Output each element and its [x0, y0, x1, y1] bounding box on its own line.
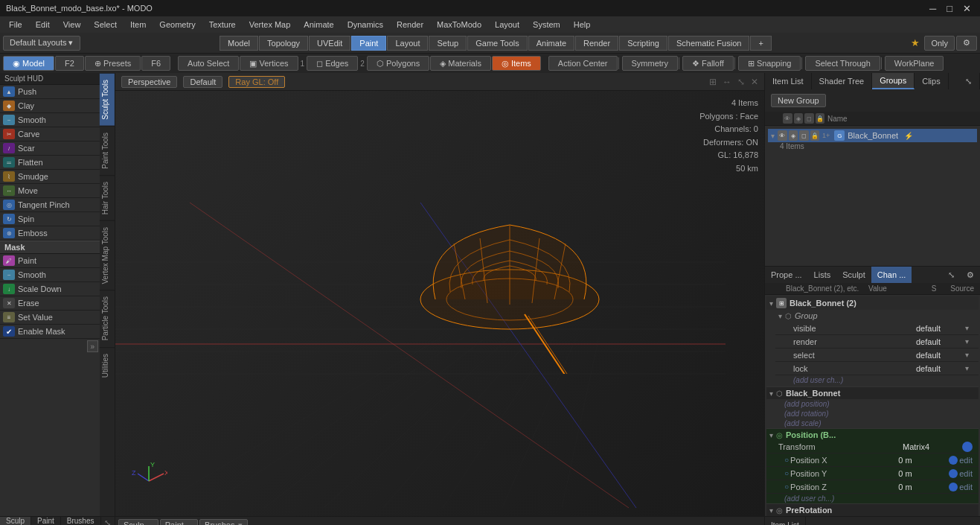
- chan-tab-chan[interactable]: Chan ...: [871, 267, 912, 283]
- tab-schematic[interactable]: Schematic Fusion: [668, 36, 749, 51]
- presets-btn[interactable]: ⊕ Presets: [85, 56, 141, 71]
- item-render-icon[interactable]: ◈: [789, 130, 798, 141]
- position-expand[interactable]: ▾: [769, 431, 773, 439]
- chan-group-expand[interactable]: ▾: [778, 312, 782, 320]
- maximize-btn[interactable]: □: [944, 3, 955, 14]
- tool-scar[interactable]: / Scar: [0, 141, 100, 156]
- chan-root-expand[interactable]: ▾: [769, 299, 773, 308]
- menu-system[interactable]: System: [527, 19, 566, 31]
- f6-btn[interactable]: F6: [141, 56, 170, 71]
- action-center-btn[interactable]: Action Center: [548, 56, 618, 71]
- pos-x-link-icon[interactable]: [949, 456, 958, 465]
- menu-dynamics[interactable]: Dynamics: [342, 19, 389, 31]
- pos-y-edit[interactable]: edit: [959, 469, 976, 478]
- symmetry-btn[interactable]: Symmetry: [622, 56, 679, 71]
- menu-vertex-map[interactable]: Vertex Map: [243, 19, 297, 31]
- pos-z-link-icon[interactable]: [949, 483, 958, 491]
- tab-paint[interactable]: Paint: [351, 36, 386, 51]
- materials-btn[interactable]: ◈ Materials: [430, 56, 491, 71]
- side-tab-paint-tools[interactable]: Paint Tools: [100, 126, 115, 175]
- tab-model[interactable]: Model: [220, 36, 258, 51]
- viewport-layout-icon[interactable]: ↔: [723, 77, 731, 87]
- chan-expand-btn[interactable]: ⤡: [942, 267, 961, 283]
- tool-enable-mask[interactable]: ✔ Enable Mask: [0, 325, 100, 339]
- menu-layout[interactable]: Layout: [489, 19, 525, 31]
- menu-file[interactable]: File: [3, 19, 28, 31]
- chan-tab-prope[interactable]: Prope ...: [765, 267, 808, 283]
- br-tab-1[interactable]: Item List: [765, 517, 806, 525]
- paint-btn[interactable]: Paint ...: [160, 519, 198, 525]
- workplane-btn[interactable]: WorkPlane: [885, 56, 944, 71]
- menu-geometry[interactable]: Geometry: [153, 19, 201, 31]
- tab-groups[interactable]: Groups: [872, 73, 915, 89]
- tool-smudge[interactable]: ⌇ Smudge: [0, 170, 100, 184]
- sculp-btn[interactable]: Sculp ...: [118, 519, 158, 525]
- tab-item-list[interactable]: Item List: [765, 73, 812, 89]
- tool-set-value[interactable]: ≡ Set Value: [0, 311, 100, 325]
- item-lock-icon[interactable]: 🔒: [810, 130, 820, 141]
- tool-smooth[interactable]: ~ Smooth: [0, 113, 100, 127]
- select-dropdown[interactable]: ▾: [965, 351, 976, 359]
- expand-right-top-btn[interactable]: ⤡: [958, 73, 980, 89]
- tool-paint-mask[interactable]: 🖌 Paint: [0, 254, 100, 268]
- tab-layout[interactable]: Layout: [387, 36, 428, 51]
- tab-setup[interactable]: Setup: [429, 36, 467, 51]
- tab-add[interactable]: +: [750, 36, 771, 51]
- tab-scripting[interactable]: Scripting: [619, 36, 667, 51]
- menu-select[interactable]: Select: [88, 19, 123, 31]
- menu-animate[interactable]: Animate: [298, 19, 339, 31]
- tool-flatten[interactable]: ═ Flatten: [0, 156, 100, 170]
- viewport-render-btn[interactable]: Ray GL: Off: [228, 76, 285, 88]
- model-mode-btn[interactable]: ◉ Model: [3, 56, 54, 71]
- item-sel-icon[interactable]: ◻: [799, 130, 809, 141]
- tool-push[interactable]: ▲ Push: [0, 85, 100, 99]
- bl-expand-icon[interactable]: ⤡: [101, 517, 114, 525]
- tab-uvedit[interactable]: UVEdit: [309, 36, 350, 51]
- viewport-display-btn[interactable]: Default: [183, 76, 222, 88]
- viewport-canvas[interactable]: X Z Y 4 Items Polygons : Face Channels: …: [115, 91, 764, 516]
- tool-emboss[interactable]: ⊛ Emboss: [0, 226, 100, 241]
- chan-settings-btn[interactable]: ⚙: [961, 267, 980, 283]
- tool-clay[interactable]: ◆ Clay: [0, 99, 100, 113]
- only-btn[interactable]: Only: [924, 36, 955, 51]
- menu-edit[interactable]: Edit: [30, 19, 56, 31]
- bl-tab-paint[interactable]: Paint ...: [31, 517, 61, 525]
- tab-clips[interactable]: Clips: [915, 73, 948, 89]
- settings-btn[interactable]: ⚙: [956, 36, 977, 51]
- menu-maxtomodo[interactable]: MaxToModo: [431, 19, 487, 31]
- snapping-btn[interactable]: ⊞ Snapping: [738, 56, 801, 71]
- tool-erase[interactable]: ✕ Erase: [0, 296, 100, 311]
- tool-carve[interactable]: ✂ Carve: [0, 127, 100, 141]
- menu-item[interactable]: Item: [124, 19, 152, 31]
- tool-move[interactable]: ↔ Move: [0, 184, 100, 198]
- pos-x-edit[interactable]: edit: [959, 456, 976, 465]
- side-tab-particle-tools[interactable]: Particle Tools: [100, 290, 115, 346]
- viewport-close-icon[interactable]: ✕: [751, 77, 758, 87]
- tab-game-tools[interactable]: Game Tools: [467, 36, 528, 51]
- tab-topology[interactable]: Topology: [259, 36, 308, 51]
- auto-select-btn[interactable]: Auto Select: [178, 56, 239, 71]
- close-btn[interactable]: ✕: [960, 3, 974, 14]
- tab-animate[interactable]: Animate: [528, 36, 574, 51]
- side-tab-hair-tools[interactable]: Hair Tools: [100, 175, 115, 220]
- item-black-bonnet-group[interactable]: ▾ 👁 ◈ ◻ 🔒 1+ G Black_Bonnet ⚡: [768, 129, 977, 142]
- side-tab-sculpt-tools[interactable]: Sculpt Tools: [100, 73, 115, 126]
- chan-mesh-expand[interactable]: ▾: [769, 389, 773, 398]
- bl-tab-sculp[interactable]: Sculp ...: [0, 517, 31, 525]
- item-eye-icon[interactable]: 👁: [778, 130, 787, 141]
- polygons-btn[interactable]: ⬡ Polygons: [367, 56, 429, 71]
- side-tab-vertex-map-tools[interactable]: Vertex Map Tools: [100, 220, 115, 290]
- select-through-btn[interactable]: Select Through: [805, 56, 880, 71]
- menu-render[interactable]: Render: [391, 19, 429, 31]
- pos-y-link-icon[interactable]: [949, 469, 958, 478]
- menu-texture[interactable]: Texture: [203, 19, 242, 31]
- chan-tab-sculpt[interactable]: Sculpt: [836, 267, 871, 283]
- falloff-btn[interactable]: ❖ Falloff: [682, 56, 734, 71]
- tool-tangent-pinch[interactable]: ◎ Tangent Pinch: [0, 198, 100, 212]
- menu-view[interactable]: View: [57, 19, 87, 31]
- chan-tab-lists[interactable]: Lists: [808, 267, 837, 283]
- more-tools-btn[interactable]: »: [87, 340, 99, 352]
- f2-btn[interactable]: F2: [55, 56, 84, 71]
- viewport-options-icon[interactable]: ⊞: [709, 77, 717, 87]
- render-dropdown[interactable]: ▾: [965, 337, 976, 346]
